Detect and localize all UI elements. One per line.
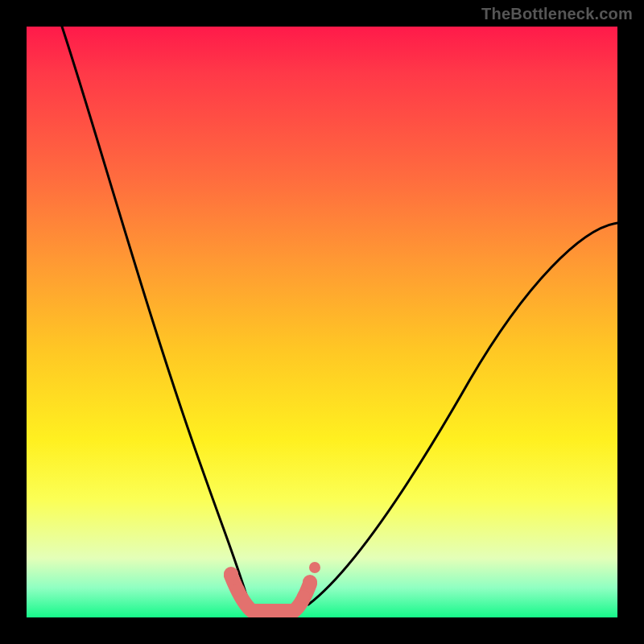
valley-dot [303, 575, 317, 589]
valley-dot [224, 567, 238, 581]
chart-frame: TheBottleneck.com [0, 0, 644, 644]
valley-dot [309, 562, 320, 573]
valley-dot [297, 590, 310, 603]
valley-dot [232, 584, 245, 597]
left-curve [62, 27, 250, 609]
plot-area [27, 27, 617, 617]
attribution-text: TheBottleneck.com [481, 5, 633, 23]
curve-overlay [27, 27, 617, 617]
right-curve [308, 223, 617, 605]
